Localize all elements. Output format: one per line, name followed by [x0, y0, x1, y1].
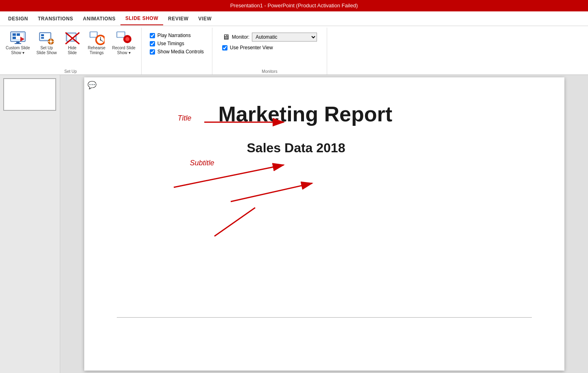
- svg-rect-6: [15, 43, 21, 44]
- svg-rect-2: [13, 33, 16, 36]
- svg-rect-17: [52, 41, 54, 42]
- svg-point-28: [100, 39, 101, 41]
- svg-rect-11: [41, 37, 44, 39]
- use-timings-item[interactable]: Use Timings: [150, 41, 204, 46]
- monitor-select[interactable]: Automatic Primary Monitor Secondary Moni…: [252, 33, 317, 42]
- setup-group-label: Set Up: [64, 69, 77, 74]
- comment-icon[interactable]: 💬: [87, 81, 96, 90]
- record-slide-show-button[interactable]: Record SlideShow ▾: [110, 29, 138, 57]
- set-up-slide-show-button[interactable]: Set UpSlide Show: [34, 29, 59, 57]
- svg-rect-15: [50, 43, 51, 44]
- play-narrations-label: Play Narrations: [157, 33, 191, 38]
- svg-rect-10: [41, 34, 44, 36]
- record-slide-show-icon: [115, 31, 133, 46]
- set-up-icon: [37, 31, 55, 46]
- slide-thumbnail-1[interactable]: [3, 78, 56, 111]
- slide-panel: [0, 75, 60, 373]
- slide-bottom-line: [117, 317, 532, 318]
- hide-slide-icon: [63, 31, 81, 46]
- ribbon: Custom SlideShow ▾: [0, 26, 588, 75]
- ribbon-group-options: Play Narrations Use Timings Show Media C…: [142, 28, 212, 75]
- svg-rect-16: [48, 41, 49, 42]
- monitor-row: 🖥 Monitor: Automatic Primary Monitor Sec…: [222, 33, 317, 42]
- title-bar-text: Presentation1 - PowerPoint (Product Acti…: [230, 2, 358, 9]
- annotation-subtitle-label: Subtitle: [190, 159, 214, 167]
- menu-view[interactable]: VIEW: [193, 13, 216, 25]
- slide-subtitle[interactable]: Sales Data 2018: [247, 140, 345, 156]
- slide-title[interactable]: Marketing Report: [219, 102, 393, 126]
- show-media-controls-item[interactable]: Show Media Controls: [150, 49, 204, 55]
- annotation-title-label: Title: [178, 114, 192, 123]
- use-timings-label: Use Timings: [157, 41, 184, 46]
- svg-rect-3: [17, 33, 20, 36]
- svg-rect-14: [50, 39, 51, 40]
- use-timings-checkbox[interactable]: [150, 41, 155, 46]
- menu-design[interactable]: DESIGN: [3, 13, 33, 25]
- rehearse-timings-button[interactable]: RehearseTimings: [85, 29, 108, 57]
- svg-line-37: [214, 208, 255, 236]
- ribbon-checkboxes: Play Narrations Use Timings Show Media C…: [145, 29, 209, 58]
- rehearse-timings-label: RehearseTimings: [88, 46, 105, 55]
- presenter-view-row: Use Presenter View: [222, 45, 317, 50]
- record-slide-show-label: Record SlideShow ▾: [112, 46, 136, 55]
- presenter-view-checkbox[interactable]: [222, 45, 227, 50]
- ribbon-buttons-setup: Custom SlideShow ▾: [3, 29, 138, 75]
- ribbon-group-monitors: 🖥 Monitor: Automatic Primary Monitor Sec…: [212, 28, 327, 75]
- svg-point-13: [50, 40, 52, 43]
- svg-rect-5: [16, 42, 20, 43]
- ribbon-monitor-section: 🖥 Monitor: Automatic Primary Monitor Sec…: [216, 29, 324, 54]
- main-area: 💬 Title Subtitle Marketing Report Sales …: [0, 75, 588, 373]
- menu-review[interactable]: REVIEW: [163, 13, 193, 25]
- hide-slide-label: HideSlide: [68, 46, 77, 55]
- show-media-controls-checkbox[interactable]: [150, 49, 155, 55]
- ribbon-group-setup: Custom SlideShow ▾: [0, 28, 142, 75]
- presenter-view-label: Use Presenter View: [230, 45, 273, 50]
- play-narrations-checkbox[interactable]: [150, 33, 155, 38]
- set-up-slide-show-label: Set UpSlide Show: [36, 46, 57, 55]
- monitors-group-label: Monitors: [262, 69, 277, 74]
- menu-bar: DESIGN TRANSITIONS ANIMATIONS SLIDE SHOW…: [0, 11, 588, 26]
- custom-slide-show-icon: [9, 31, 27, 46]
- custom-slide-show-button[interactable]: Custom SlideShow ▾: [3, 29, 32, 57]
- svg-rect-30: [118, 33, 124, 37]
- show-media-controls-label: Show Media Controls: [157, 49, 204, 55]
- custom-slide-show-label: Custom SlideShow ▾: [6, 46, 30, 55]
- play-narrations-item[interactable]: Play Narrations: [150, 33, 204, 38]
- monitor-label: Monitor:: [232, 34, 249, 40]
- svg-rect-4: [13, 37, 16, 39]
- hide-slide-button[interactable]: HideSlide: [61, 29, 84, 57]
- slide-canvas[interactable]: 💬 Title Subtitle Marketing Report Sales …: [84, 77, 564, 371]
- monitor-icon: 🖥: [222, 33, 230, 42]
- menu-slideshow[interactable]: SLIDE SHOW: [120, 12, 163, 25]
- slide-edit-area: 💬 Title Subtitle Marketing Report Sales …: [60, 75, 588, 373]
- menu-animations[interactable]: ANIMATIONS: [78, 13, 120, 25]
- svg-line-35: [174, 165, 284, 187]
- svg-point-32: [125, 37, 129, 41]
- svg-rect-23: [91, 33, 96, 36]
- svg-line-36: [231, 183, 312, 202]
- menu-transitions[interactable]: TRANSITIONS: [33, 13, 78, 25]
- title-bar: Presentation1 - PowerPoint (Product Acti…: [0, 0, 588, 11]
- rehearse-timings-icon: [88, 31, 106, 46]
